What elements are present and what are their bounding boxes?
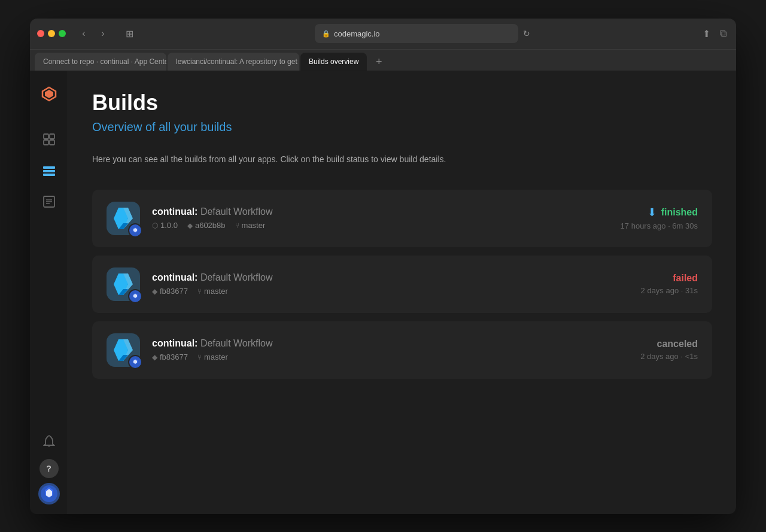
tab-connect-repo[interactable]: Connect to repo · continual · App Center [35,53,166,71]
build-status-row-1: ⬇ finished [648,206,698,219]
build-status-1: finished [661,207,698,218]
svg-rect-4 [43,166,55,169]
build-time-1: 17 hours ago · 6m 30s [621,221,698,230]
forward-button[interactable]: › [95,25,111,42]
build-app-icon-2 [107,267,140,301]
builds-info-text: Here you can see all the builds from all… [92,153,712,166]
sidebar-avatar[interactable] [38,483,60,504]
build-branch-3: ⑂ master [197,352,228,361]
sidebar-logo[interactable] [36,81,62,107]
commit-icon-2: ◆ [152,287,157,296]
build-commit-1: ◆ a602b8b [187,221,226,230]
build-status-2: failed [673,273,698,284]
new-tab-button[interactable]: ⧉ [718,26,729,42]
minimize-button[interactable] [48,30,55,37]
build-status-row-2: failed [673,273,698,284]
svg-rect-6 [43,174,55,176]
build-title-2: continual: Default Workflow [152,272,578,283]
build-meta-3: ◆ fb83677 ⑂ master [152,352,578,361]
svg-rect-2 [44,140,48,145]
sidebar-help-button[interactable]: ? [39,459,59,478]
title-bar: ‹ › ⊞ 🔒 codemagic.io ↻ ⬆ ⧉ [30,19,736,50]
address-bar[interactable]: 🔒 codemagic.io [315,24,518,43]
sidebar-item-reports[interactable] [36,189,62,215]
refresh-button[interactable]: ↻ [523,24,530,43]
build-title-1: continual: Default Workflow [152,206,578,217]
build-meta-1: ⬡ 1.0.0 ◆ a602b8b ⑂ master [152,221,578,230]
close-button[interactable] [37,30,44,37]
add-tab-button[interactable]: + [370,54,387,71]
commit-icon: ◆ [187,221,193,230]
build-info-2: continual: Default Workflow ◆ fb83677 ⑂ [152,272,578,296]
build-commit-3: ◆ fb83677 [152,352,188,361]
build-app-icon-1 [107,202,140,235]
app-badge-3 [128,355,142,369]
sidebar-bottom: ? [38,459,60,504]
download-icon-1[interactable]: ⬇ [648,206,656,219]
svg-rect-0 [44,134,48,139]
build-info-1: continual: Default Workflow ⬡ 1.0.0 ◆ [152,206,578,230]
sidebar-item-builds[interactable] [36,157,62,184]
build-branch-2: ⑂ master [197,287,228,296]
sidebar: ? [30,71,68,514]
build-time-2: 2 days ago · 31s [641,286,698,295]
build-status-3: canceled [657,339,698,349]
builds-list: continual: Default Workflow ⬡ 1.0.0 ◆ [92,190,712,386]
sidebar-item-apps[interactable] [36,126,62,153]
maximize-button[interactable] [59,30,66,37]
build-version-1: ⬡ 1.0.0 [152,221,178,230]
tab-repository[interactable]: lewcianci/continual: A repository to get… [168,53,299,71]
share-button[interactable]: ⬆ [700,26,713,42]
tabs-bar: Connect to repo · continual · App Center… [30,50,736,71]
build-branch-1: ⑂ master [235,221,266,230]
build-status-area-3: canceled 2 days ago · <1s [590,339,698,361]
build-status-row-3: canceled [657,339,698,349]
lock-icon: 🔒 [322,30,330,38]
build-title-3: continual: Default Workflow [152,338,578,349]
sidebar-toggle-button[interactable]: ⊞ [121,25,138,42]
page-title: Builds [92,90,712,115]
build-commit-2: ◆ fb83677 [152,287,188,296]
build-card-2[interactable]: continual: Default Workflow ◆ fb83677 ⑂ [92,256,712,313]
build-meta-2: ◆ fb83677 ⑂ master [152,287,578,296]
content-area: Builds Overview of all your builds Here … [68,71,736,514]
build-time-3: 2 days ago · <1s [640,352,698,361]
sidebar-item-notifications[interactable] [36,428,62,454]
app-badge-2 [128,289,142,303]
build-card-1[interactable]: continual: Default Workflow ⬡ 1.0.0 ◆ [92,190,712,247]
svg-rect-3 [50,140,54,145]
browser-window: ‹ › ⊞ 🔒 codemagic.io ↻ ⬆ ⧉ Connect to re… [30,19,736,514]
page-subtitle: Overview of all your builds [92,120,712,134]
build-card-3[interactable]: continual: Default Workflow ◆ fb83677 ⑂ [92,321,712,379]
svg-rect-5 [43,170,55,172]
version-icon: ⬡ [152,221,158,230]
toolbar-right: ⬆ ⧉ [700,26,729,42]
app-badge-1 [128,223,142,238]
build-status-area-1: ⬇ finished 17 hours ago · 6m 30s [590,206,698,230]
back-button[interactable]: ‹ [75,25,92,42]
address-bar-container: 🔒 codemagic.io ↻ [150,24,695,43]
build-info-3: continual: Default Workflow ◆ fb83677 ⑂ [152,338,578,361]
branch-icon-2: ⑂ [197,287,202,296]
nav-buttons: ‹ › [75,25,111,42]
branch-icon: ⑂ [235,221,239,230]
tab-builds-overview[interactable]: Builds overview [300,53,367,71]
build-status-area-2: failed 2 days ago · 31s [590,273,698,295]
url-text: codemagic.io [334,29,380,38]
commit-icon-3: ◆ [152,353,157,361]
build-app-icon-3 [107,333,140,367]
svg-rect-1 [50,134,54,139]
main-layout: ? Builds Overview of all your builds Her… [30,71,736,514]
traffic-lights [37,30,66,37]
branch-icon-3: ⑂ [197,353,202,361]
